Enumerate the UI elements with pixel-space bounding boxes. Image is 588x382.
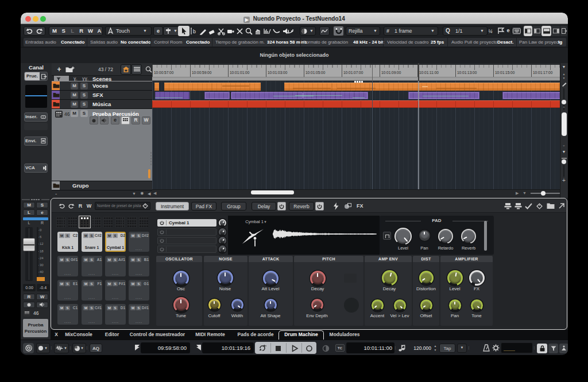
svg-text:¼: ¼ xyxy=(488,28,493,34)
svg-text:b: b xyxy=(193,29,196,34)
